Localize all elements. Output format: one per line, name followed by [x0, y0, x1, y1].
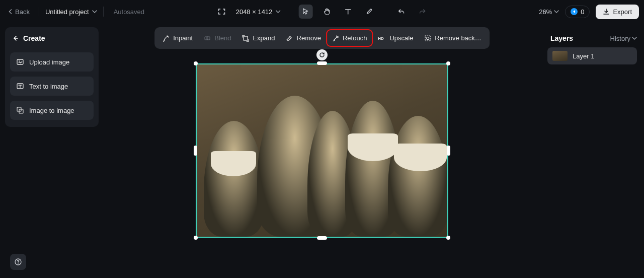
- eraser-icon: [286, 35, 293, 42]
- back-label: Back: [15, 8, 30, 16]
- project-name: Untitled project: [45, 8, 89, 16]
- arrow-left-icon: [12, 35, 19, 42]
- upload-image-label: Upload image: [29, 58, 69, 66]
- help-button[interactable]: [10, 254, 26, 270]
- project-name-dropdown[interactable]: Untitled project: [45, 8, 97, 16]
- create-title: Create: [23, 34, 45, 42]
- svg-rect-5: [205, 37, 208, 40]
- chevron-down-icon: [275, 9, 280, 14]
- separator: [39, 7, 39, 17]
- svg-point-10: [427, 37, 429, 39]
- download-icon: [603, 8, 610, 15]
- undo-icon: [397, 8, 405, 16]
- export-label: Export: [613, 8, 632, 16]
- remove-background-button[interactable]: Remove back…: [419, 30, 486, 46]
- back-button[interactable]: Back: [5, 6, 33, 18]
- brush-tool-button[interactable]: [362, 5, 376, 19]
- fit-screen-icon: [218, 8, 226, 16]
- svg-rect-9: [425, 36, 430, 41]
- resize-handle-tl[interactable]: [194, 61, 198, 65]
- resize-handle-br[interactable]: [446, 236, 450, 240]
- top-bar: Back Untitled project Autosaved 2048 × 1…: [0, 0, 644, 23]
- undo-button[interactable]: [394, 5, 408, 19]
- zoom-dropdown[interactable]: 26%: [539, 8, 559, 16]
- inpaint-icon: [163, 35, 170, 42]
- remove-bg-icon: [424, 35, 431, 42]
- redo-button[interactable]: [415, 5, 429, 19]
- text-to-image-label: Text to image: [29, 83, 68, 90]
- remove-button[interactable]: Remove: [281, 30, 326, 46]
- create-header[interactable]: Create: [10, 33, 94, 47]
- svg-text:HD: HD: [378, 36, 384, 41]
- text-tool-button[interactable]: [341, 5, 355, 19]
- pan-tool-button[interactable]: [319, 5, 334, 19]
- svg-point-1: [19, 60, 20, 61]
- canvas-dimensions-dropdown[interactable]: 2048 × 1412: [236, 8, 281, 16]
- layers-title: Layers: [550, 34, 573, 42]
- resize-handle-left[interactable]: [194, 146, 197, 156]
- image-to-image-label: Image to image: [29, 107, 74, 114]
- select-tool-button[interactable]: [298, 5, 312, 19]
- image-to-image-button[interactable]: Image to image: [10, 101, 94, 120]
- layers-header: Layers History: [545, 27, 639, 47]
- topbar-right: 26% 0 Export: [539, 5, 639, 19]
- resize-handle-top[interactable]: [317, 61, 327, 65]
- expand-button[interactable]: Expand: [237, 30, 280, 46]
- text-to-image-button[interactable]: Text to image: [10, 77, 94, 96]
- canvas-selection[interactable]: [196, 63, 448, 238]
- context-toolbar: Inpaint Blend Expand Remove Retouch HD U…: [154, 27, 490, 49]
- zoom-level: 26%: [539, 8, 552, 16]
- topbar-center: 2048 × 1412: [215, 0, 430, 23]
- chevron-down-icon: [92, 9, 97, 14]
- blend-icon: [204, 35, 211, 42]
- retouch-button[interactable]: Retouch: [327, 30, 372, 46]
- blend-button[interactable]: Blend: [199, 30, 236, 46]
- resize-handle-tr[interactable]: [446, 61, 450, 65]
- help-icon: [15, 258, 22, 265]
- redo-icon: [418, 8, 426, 16]
- left-panel: Create Upload image Text to image Image …: [5, 27, 99, 278]
- canvas-area[interactable]: Inpaint Blend Expand Remove Retouch HD U…: [99, 23, 545, 278]
- refresh-icon: [319, 52, 325, 58]
- text-icon: [344, 8, 352, 16]
- image-upload-icon: [16, 58, 24, 66]
- hd-icon: HD: [378, 36, 386, 41]
- canvas-dimensions: 2048 × 1412: [236, 8, 273, 16]
- text-to-image-icon: [16, 82, 24, 90]
- credits-icon: [571, 8, 578, 15]
- resize-handle-right[interactable]: [447, 146, 450, 156]
- autosaved-status: Autosaved: [114, 8, 144, 16]
- layer-name: Layer 1: [573, 52, 594, 60]
- expand-icon: [242, 35, 249, 42]
- upload-image-button[interactable]: Upload image: [10, 52, 94, 72]
- regenerate-button[interactable]: [316, 49, 328, 60]
- layer-item[interactable]: Layer 1: [547, 47, 637, 64]
- create-card: Create Upload image Text to image Image …: [5, 27, 99, 127]
- fit-screen-button[interactable]: [215, 5, 229, 19]
- cursor-icon: [301, 8, 309, 16]
- upscale-button[interactable]: HD Upscale: [373, 30, 418, 46]
- retouch-icon: [332, 35, 339, 42]
- history-dropdown[interactable]: History: [610, 35, 637, 42]
- right-panel: Layers History Layer 1: [545, 27, 639, 278]
- credits-count: 0: [581, 8, 584, 16]
- hand-icon: [323, 8, 331, 16]
- credits-badge[interactable]: 0: [565, 6, 590, 18]
- svg-rect-6: [207, 37, 210, 40]
- chevron-left-icon: [8, 9, 13, 14]
- brush-icon: [365, 8, 373, 16]
- chevron-down-icon: [554, 9, 559, 14]
- chevron-down-icon: [632, 36, 637, 41]
- svg-rect-0: [17, 59, 23, 64]
- image-to-image-icon: [16, 106, 24, 114]
- canvas-image[interactable]: [196, 63, 448, 238]
- main-area: Create Upload image Text to image Image …: [0, 23, 644, 278]
- resize-handle-bl[interactable]: [194, 236, 198, 240]
- resize-handle-bottom[interactable]: [317, 236, 327, 240]
- layer-thumbnail: [552, 51, 568, 61]
- export-button[interactable]: Export: [596, 5, 639, 19]
- svg-rect-7: [244, 36, 248, 40]
- inpaint-button[interactable]: Inpaint: [157, 30, 198, 46]
- separator: [103, 7, 104, 17]
